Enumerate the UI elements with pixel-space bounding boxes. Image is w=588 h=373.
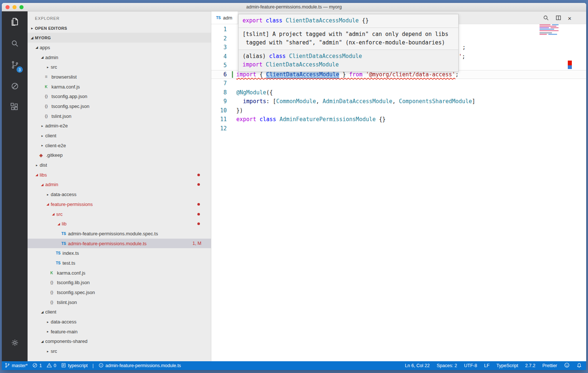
chevron-right-icon[interactable]: ▸ [45, 330, 51, 333]
chevron-down-icon[interactable]: ◢ [39, 183, 45, 186]
tree-item-admin-e2e[interactable]: ▸admin-e2e [28, 121, 211, 131]
encoding[interactable]: UTF-8 [464, 363, 477, 368]
ts-version[interactable]: 2.7.2 [525, 363, 535, 368]
settings-button[interactable] [2, 332, 28, 353]
tree-item-data-access[interactable]: ▸data-access [28, 317, 211, 327]
minimap[interactable] [539, 24, 563, 37]
indentation[interactable]: Spaces: 2 [437, 363, 457, 368]
tree-item-label: index.ts [62, 250, 79, 256]
close-editor-button[interactable]: × [568, 15, 571, 22]
tree-item-components-shared[interactable]: ◢components-shared [28, 337, 211, 347]
tree-item-.gitkeep[interactable]: ◈.gitkeep [28, 151, 211, 160]
chevron-down-icon[interactable]: ◢ [39, 340, 45, 343]
language-mode[interactable]: TypeScript [496, 363, 518, 368]
tree-item-src[interactable]: ▸src [28, 346, 211, 356]
tree-item-tslint.json[interactable]: {}tslint.json [28, 111, 211, 121]
error-count[interactable]: 1 [32, 363, 42, 369]
chevron-right-icon[interactable]: ▸ [45, 193, 51, 196]
zoom-window-button[interactable] [19, 5, 24, 9]
activity-search-button[interactable] [2, 33, 28, 54]
chevron-down-icon[interactable]: ◢ [39, 55, 45, 59]
tree-item-data-access[interactable]: ▸data-access [28, 189, 211, 199]
minimap-code-bar [539, 30, 559, 31]
tree-item-admin[interactable]: ◢admin [28, 52, 211, 62]
tab-admin-feature-permissions-module[interactable]: TS adm [211, 11, 238, 24]
active-file-problems[interactable]: admin-feature-permissions.module.ts [98, 363, 181, 369]
line-gutter: 2 [211, 34, 236, 43]
chevron-down-icon[interactable]: ◢ [50, 212, 56, 216]
warning-count[interactable]: 0 [47, 363, 56, 369]
chevron-right-icon[interactable]: ▸ [45, 65, 51, 69]
activity-explorer-button[interactable] [2, 11, 28, 33]
tree-item-admin-feature-permissions.module.ts[interactable]: TSadmin-feature-permissions.module.ts1, … [28, 239, 211, 249]
chevron-right-icon[interactable]: ▸ [39, 144, 45, 147]
tree-item-karma.conf.js[interactable]: Kkarma.conf.js [28, 268, 211, 278]
cursor-position[interactable]: Ln 6, Col 22 [405, 363, 430, 368]
code-line-11[interactable]: 11export class AdminFeaturePermissionsMo… [211, 115, 586, 124]
chevron-down-icon[interactable]: ◢ [45, 202, 51, 206]
tree-item-src[interactable]: ▸src [28, 62, 211, 72]
activity-source-control-button[interactable]: 3 [2, 54, 28, 75]
tree-item-client[interactable]: ◢client [28, 307, 211, 317]
title-bar[interactable]: admin-feature-permissions.module.ts — my… [2, 3, 586, 11]
activity-extensions-button[interactable] [2, 97, 28, 118]
chevron-right-icon[interactable]: ▸ [45, 350, 51, 353]
chevron-right-icon[interactable]: ▸ [39, 134, 45, 138]
minimap-code-bar [539, 32, 552, 33]
problems-dot [197, 203, 200, 206]
search-in-editor-button[interactable] [543, 15, 549, 22]
code-line-12[interactable]: 12 [211, 124, 586, 133]
code-editor[interactable]: 123;4';56import { ClientDataAccessModule… [211, 24, 586, 361]
tree-item-admin-feature-permissions.module.spec.ts[interactable]: TSadmin-feature-permissions.module.spec.… [28, 229, 211, 239]
chevron-down-icon[interactable]: ◢ [39, 310, 45, 314]
chevron-down-icon[interactable]: ◢ [56, 222, 62, 226]
tree-item-dist[interactable]: ▸dist [28, 160, 211, 170]
tab-label: adm [223, 15, 232, 21]
code-line-10[interactable]: 10}) [211, 106, 586, 115]
chevron-right-icon[interactable]: ▸ [34, 163, 40, 167]
tree-item-test.ts[interactable]: TStest.ts [28, 258, 211, 268]
tree-item-client[interactable]: ▸client [28, 131, 211, 141]
split-editor-button[interactable] [555, 15, 562, 22]
tree-item-karma.conf.js[interactable]: Kkarma.conf.js [28, 82, 211, 92]
code-line-7[interactable]: 7 [211, 79, 586, 88]
tree-item-feature-permissions[interactable]: ◢feature-permissions [28, 199, 211, 209]
formatter[interactable]: Prettier [542, 363, 557, 368]
notifications-button[interactable] [577, 363, 582, 369]
code-line-9[interactable]: 9 imports: [CommonModule, AdminDataAcces… [211, 97, 586, 106]
tree-item-admin[interactable]: ◢admin [28, 180, 211, 190]
tree-item-client-e2e[interactable]: ▸client-e2e [28, 141, 211, 151]
git-branch-status[interactable]: master* [5, 363, 28, 369]
close-window-button[interactable] [6, 5, 10, 9]
linter-status[interactable]: typescript [61, 363, 88, 369]
chevron-down-icon[interactable]: ◢ [29, 36, 35, 40]
eol[interactable]: LF [484, 363, 490, 368]
tree-item-tsconfig.spec.json[interactable]: {}tsconfig.spec.json [28, 101, 211, 111]
tree-item-tsconfig.lib.json[interactable]: {}tsconfig.lib.json [28, 278, 211, 288]
tree-item-apps[interactable]: ◢apps [28, 43, 211, 52]
chevron-down-icon[interactable]: ◢ [34, 46, 40, 49]
problems-dot [197, 222, 200, 225]
workspace-root-section[interactable]: ◢ MYORG [28, 33, 211, 43]
chevron-down-icon[interactable]: ◢ [34, 173, 40, 177]
tree-item-feature-main[interactable]: ▸feature-main [28, 327, 211, 337]
tree-item-tslint.json[interactable]: {}tslint.json [28, 297, 211, 307]
tree-item-label: admin [45, 182, 58, 187]
tree-item-index.ts[interactable]: TSindex.ts [28, 248, 211, 258]
chevron-right-icon[interactable]: ▸ [39, 124, 45, 128]
chevron-right-icon[interactable]: ▸ [45, 320, 51, 324]
tree-item-lib[interactable]: ◢lib [28, 219, 211, 229]
tree-item-tsconfig.app.json[interactable]: {}tsconfig.app.json [28, 91, 211, 101]
open-editors-section[interactable]: ▸ OPEN EDITORS [28, 24, 211, 33]
activity-debug-button[interactable] [2, 75, 28, 97]
error-count-label: 1 [39, 363, 42, 368]
tree-item-tsconfig.spec.json[interactable]: {}tsconfig.spec.json [28, 287, 211, 297]
symbol-link[interactable]: ClientDataAccessModule [266, 71, 339, 78]
tree-item-browserslist[interactable]: ≡browserslist [28, 72, 211, 82]
chevron-right-icon[interactable]: ▸ [29, 26, 35, 30]
tree-item-libs[interactable]: ◢libs [28, 170, 211, 180]
tree-item-src[interactable]: ◢src [28, 209, 211, 219]
code-line-8[interactable]: 8@NgModule({ [211, 88, 586, 97]
feedback-button[interactable] [564, 362, 570, 369]
minimize-window-button[interactable] [12, 5, 17, 9]
